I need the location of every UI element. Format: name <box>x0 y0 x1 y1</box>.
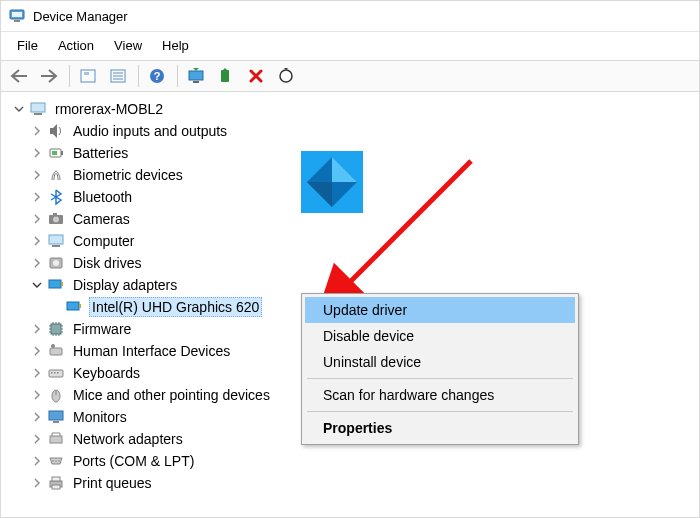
svg-rect-2 <box>14 20 20 22</box>
spacer <box>47 299 63 315</box>
toolbar-separator <box>69 65 70 87</box>
expand-icon[interactable] <box>29 475 45 491</box>
tree-item-disk[interactable]: Disk drives <box>11 252 699 274</box>
tree-item-label: Human Interface Devices <box>71 342 232 360</box>
forward-button[interactable] <box>35 62 63 90</box>
fingerprint-icon <box>47 166 65 184</box>
ctx-separator <box>307 378 573 379</box>
expand-icon[interactable] <box>29 255 45 271</box>
monitor-icon <box>47 408 65 426</box>
window-title: Device Manager <box>33 9 128 24</box>
collapse-icon[interactable] <box>29 277 45 293</box>
enable-device-button[interactable] <box>212 62 240 90</box>
tree-item-label: Firmware <box>71 320 133 338</box>
tree-item-label: Bluetooth <box>71 188 134 206</box>
svg-rect-36 <box>54 372 56 374</box>
tree-item-computer[interactable]: Computer <box>11 230 699 252</box>
computer-icon <box>29 100 47 118</box>
display-adapter-icon <box>47 276 65 294</box>
expand-icon[interactable] <box>29 123 45 139</box>
tree-item-audio[interactable]: Audio inputs and outputs <box>11 120 699 142</box>
menu-help[interactable]: Help <box>152 36 199 55</box>
ctx-uninstall[interactable]: Uninstall device <box>305 349 575 375</box>
collapse-icon[interactable] <box>11 101 27 117</box>
svg-rect-31 <box>51 324 61 334</box>
properties-pane-button[interactable] <box>104 62 132 90</box>
svg-rect-3 <box>81 70 95 82</box>
expand-icon[interactable] <box>29 387 45 403</box>
svg-rect-18 <box>61 151 63 155</box>
svg-rect-48 <box>52 485 60 489</box>
svg-point-33 <box>51 344 55 348</box>
tree-item-label: Disk drives <box>71 254 143 272</box>
tree-item-label: Computer <box>71 232 136 250</box>
expand-icon[interactable] <box>29 453 45 469</box>
svg-rect-30 <box>79 304 81 308</box>
svg-rect-47 <box>52 477 60 481</box>
menubar: File Action View Help <box>1 32 699 60</box>
svg-point-44 <box>55 460 57 462</box>
expand-icon[interactable] <box>29 409 45 425</box>
svg-rect-35 <box>51 372 53 374</box>
update-driver-button[interactable] <box>182 62 210 90</box>
bluetooth-icon <box>47 188 65 206</box>
printer-icon <box>47 474 65 492</box>
tree-item-label: Audio inputs and outputs <box>71 122 229 140</box>
tree-item-ports[interactable]: Ports (COM & LPT) <box>11 450 699 472</box>
svg-rect-29 <box>67 302 79 310</box>
svg-rect-32 <box>50 348 62 355</box>
menu-file[interactable]: File <box>7 36 48 55</box>
menu-view[interactable]: View <box>104 36 152 55</box>
ctx-properties[interactable]: Properties <box>305 415 575 441</box>
svg-rect-42 <box>50 436 62 443</box>
expand-icon[interactable] <box>29 211 45 227</box>
tree-item-label: Batteries <box>71 144 130 162</box>
help-button[interactable]: ? <box>143 62 171 90</box>
mouse-icon <box>47 386 65 404</box>
show-hidden-button[interactable] <box>74 62 102 90</box>
back-button[interactable] <box>5 62 33 90</box>
svg-rect-1 <box>12 12 22 17</box>
hid-icon <box>47 342 65 360</box>
expand-icon[interactable] <box>29 167 45 183</box>
tree-root-label: rmorerax-MOBL2 <box>53 100 165 118</box>
disk-icon <box>47 254 65 272</box>
svg-rect-24 <box>52 245 60 247</box>
scan-hardware-button[interactable] <box>272 62 300 90</box>
uninstall-device-button[interactable] <box>242 62 270 90</box>
svg-point-45 <box>58 460 60 462</box>
svg-rect-41 <box>53 421 59 423</box>
context-menu: Update driver Disable device Uninstall d… <box>301 293 579 445</box>
titlebar: Device Manager <box>1 1 699 32</box>
ctx-scan-hardware[interactable]: Scan for hardware changes <box>305 382 575 408</box>
toolbar-separator <box>138 65 139 87</box>
svg-rect-11 <box>189 71 203 80</box>
watermark-logo <box>301 151 363 213</box>
svg-point-26 <box>53 260 59 266</box>
expand-icon[interactable] <box>29 145 45 161</box>
tree-item-label: Mice and other pointing devices <box>71 386 272 404</box>
expand-icon[interactable] <box>29 233 45 249</box>
tree-root[interactable]: rmorerax-MOBL2 <box>11 98 699 120</box>
expand-icon[interactable] <box>29 365 45 381</box>
svg-rect-23 <box>49 235 63 244</box>
svg-rect-28 <box>61 282 63 286</box>
chip-icon <box>47 320 65 338</box>
expand-icon[interactable] <box>29 343 45 359</box>
toolbar-separator <box>177 65 178 87</box>
expand-icon[interactable] <box>29 189 45 205</box>
expand-icon[interactable] <box>29 431 45 447</box>
pc-icon <box>47 232 65 250</box>
svg-rect-22 <box>53 213 57 215</box>
expand-icon[interactable] <box>29 321 45 337</box>
ctx-update-driver[interactable]: Update driver <box>305 297 575 323</box>
menu-action[interactable]: Action <box>48 36 104 55</box>
tree-item-label: Ports (COM & LPT) <box>71 452 196 470</box>
ctx-disable-device[interactable]: Disable device <box>305 323 575 349</box>
svg-rect-27 <box>49 280 61 288</box>
tree-item-label: Monitors <box>71 408 129 426</box>
svg-rect-19 <box>52 151 57 155</box>
display-adapter-icon <box>65 298 83 316</box>
tree-item-printq[interactable]: Print queues <box>11 472 699 494</box>
keyboard-icon <box>47 364 65 382</box>
